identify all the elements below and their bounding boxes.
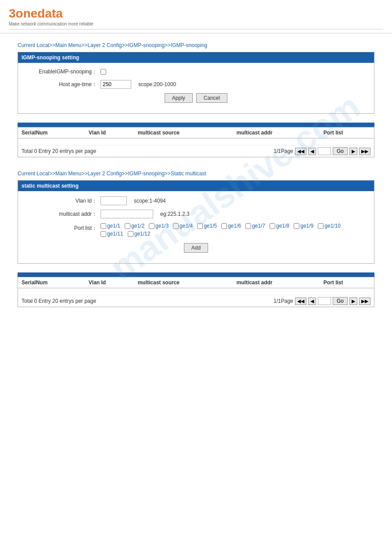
igmp-snooping-title: IGMP-snooping setting xyxy=(18,52,374,63)
port-ge1-2-checkbox[interactable] xyxy=(125,223,130,229)
port-ge1-3[interactable]: ge1/3 xyxy=(149,223,169,229)
host-age-input[interactable] xyxy=(101,80,131,89)
scol-multicast-addr: multicast addr xyxy=(233,277,320,288)
port-ge1-10-checkbox[interactable] xyxy=(318,223,324,229)
port-ge1-3-checkbox[interactable] xyxy=(149,223,155,229)
multicast-addr-input[interactable] xyxy=(101,210,153,218)
igmp-cancel-btn[interactable]: Cancel xyxy=(196,93,227,103)
static-multicast-section: static multicast setting Vlan Id： scope:… xyxy=(18,180,374,264)
port-ge1-1[interactable]: ge1/1 xyxy=(101,223,120,229)
port-ge1-9-checkbox[interactable] xyxy=(294,223,299,229)
static-add-btn[interactable]: Add xyxy=(184,243,208,253)
port-row-1: ge1/1 ge1/2 ge1/3 ge1/4 ge1/5 ge1/6 ge1/… xyxy=(101,223,365,229)
igmp-breadcrumb: Current Local>>Main Menu>>Layer 2 Config… xyxy=(18,42,374,48)
port-ge1-4[interactable]: ge1/4 xyxy=(173,223,193,229)
static-prev-page-btn[interactable]: ◀ xyxy=(308,297,316,305)
host-age-scope: scope:200-1000 xyxy=(138,81,176,87)
port-ge1-7-checkbox[interactable] xyxy=(245,223,251,229)
igmp-table-header-bar xyxy=(18,123,374,127)
logo-accent: 3 xyxy=(9,7,16,20)
igmp-page-text: 1/1Page xyxy=(273,148,293,154)
igmp-first-page-btn[interactable]: ◀◀ xyxy=(295,148,306,155)
static-breadcrumb: Current Local>>Main Menu>>Layer 2 Config… xyxy=(18,170,374,177)
vlan-id-input[interactable] xyxy=(101,196,127,205)
port-ge1-6[interactable]: ge1/6 xyxy=(221,223,241,229)
static-btn-row: Add xyxy=(27,243,365,258)
host-age-row: Host age-time： scope:200-1000 xyxy=(27,80,365,89)
port-ge1-5[interactable]: ge1/5 xyxy=(197,223,217,229)
col-serialnum: SerialNum xyxy=(18,127,85,138)
static-first-page-btn[interactable]: ◀◀ xyxy=(295,297,306,305)
logo: 3onedata xyxy=(9,7,383,21)
logo-text: onedata xyxy=(16,7,63,20)
enable-igmp-checkbox[interactable] xyxy=(101,69,106,75)
static-page-text: 1/1Page xyxy=(273,298,293,304)
scol-multicast-source: multicast source xyxy=(134,277,233,288)
igmp-table: SerialNum Vlan Id multicast source multi… xyxy=(18,127,374,145)
igmp-pagination: 1/1Page ◀◀ ◀ Go ▶ ▶▶ xyxy=(273,147,370,155)
col-multicast-source: multicast source xyxy=(134,127,233,138)
static-empty-row xyxy=(18,288,374,295)
port-ge1-8-checkbox[interactable] xyxy=(270,223,275,229)
port-row-2: ge1/11 ge1/12 xyxy=(101,231,365,237)
scol-port-list: Port list xyxy=(320,277,374,288)
static-go-btn[interactable]: Go xyxy=(333,297,348,305)
static-pagination: 1/1Page ◀◀ ◀ Go ▶ ▶▶ xyxy=(273,297,370,305)
static-table-footer: Total 0 Entry 20 entrys per page 1/1Page… xyxy=(18,295,374,307)
static-multicast-title: static multicast setting xyxy=(18,181,374,191)
col-multicast-addr: multicast addr xyxy=(233,127,320,138)
static-last-page-btn[interactable]: ▶▶ xyxy=(359,297,370,305)
igmp-empty-row xyxy=(18,138,374,145)
static-next-page-btn[interactable]: ▶ xyxy=(349,297,357,305)
igmp-table-header-row: SerialNum Vlan Id multicast source multi… xyxy=(18,127,374,138)
igmp-go-btn[interactable]: Go xyxy=(333,147,348,155)
igmp-table-wrapper: SerialNum Vlan Id multicast source multi… xyxy=(18,123,374,157)
logo-tagline: Make network communication more reliable xyxy=(9,22,383,26)
port-ge1-2[interactable]: ge1/2 xyxy=(125,223,144,229)
enable-label: EnableIGMP-snooping： xyxy=(27,68,97,76)
col-vlanid: Vlan Id xyxy=(85,127,134,138)
scol-serialnum: SerialNum xyxy=(18,277,85,288)
port-list-row: Port list： ge1/1 ge1/2 ge1/3 ge1/4 ge1/5… xyxy=(27,223,365,239)
port-ge1-7[interactable]: ge1/7 xyxy=(245,223,265,229)
port-ge1-11-checkbox[interactable] xyxy=(101,231,106,237)
multicast-addr-eg: eg:225.1.2.3 xyxy=(160,211,190,217)
host-age-label: Host age-time： xyxy=(27,81,97,88)
enable-row: EnableIGMP-snooping： xyxy=(27,68,365,76)
port-ge1-1-checkbox[interactable] xyxy=(101,223,106,229)
igmp-apply-btn[interactable]: Apply xyxy=(165,93,193,103)
scol-vlanid: Vlan Id xyxy=(85,277,134,288)
static-table-header-bar xyxy=(18,272,374,277)
vlan-id-label: Vlan Id： xyxy=(27,197,97,205)
igmp-btn-row: Apply Cancel xyxy=(27,93,365,108)
vlan-id-row: Vlan Id： scope:1-4094 xyxy=(27,196,365,205)
port-list-label: Port list： xyxy=(27,223,97,232)
port-ge1-6-checkbox[interactable] xyxy=(221,223,227,229)
port-ge1-9[interactable]: ge1/9 xyxy=(294,223,313,229)
static-table-wrapper: SerialNum Vlan Id multicast source multi… xyxy=(18,272,374,307)
port-ge1-4-checkbox[interactable] xyxy=(173,223,179,229)
port-ge1-5-checkbox[interactable] xyxy=(197,223,203,229)
igmp-prev-page-btn[interactable]: ◀ xyxy=(308,148,316,155)
static-table-header-row: SerialNum Vlan Id multicast source multi… xyxy=(18,277,374,288)
multicast-addr-label: multicast addr： xyxy=(27,210,97,218)
port-ge1-11[interactable]: ge1/11 xyxy=(101,231,123,237)
port-ge1-8[interactable]: ge1/8 xyxy=(270,223,289,229)
igmp-last-page-btn[interactable]: ▶▶ xyxy=(359,148,370,155)
igmp-total-text: Total 0 Entry 20 entrys per page xyxy=(22,148,96,154)
static-total-text: Total 0 Entry 20 entrys per page xyxy=(22,298,96,304)
static-page-input[interactable] xyxy=(318,297,331,305)
vlan-id-scope: scope:1-4094 xyxy=(134,198,166,204)
port-ge1-12[interactable]: ge1/12 xyxy=(128,231,151,237)
port-ge1-10[interactable]: ge1/10 xyxy=(318,223,341,229)
col-port-list: Port list xyxy=(320,127,374,138)
multicast-addr-row: multicast addr： eg:225.1.2.3 xyxy=(27,210,365,218)
static-table: SerialNum Vlan Id multicast source multi… xyxy=(18,277,374,295)
igmp-next-page-btn[interactable]: ▶ xyxy=(349,148,357,155)
igmp-table-footer: Total 0 Entry 20 entrys per page 1/1Page… xyxy=(18,145,374,157)
igmp-page-input[interactable] xyxy=(318,147,331,155)
igmp-snooping-section: IGMP-snooping setting EnableIGMP-snoopin… xyxy=(18,52,374,114)
port-ge1-12-checkbox[interactable] xyxy=(128,231,133,237)
header: 3onedata Make network communication more… xyxy=(0,0,392,33)
